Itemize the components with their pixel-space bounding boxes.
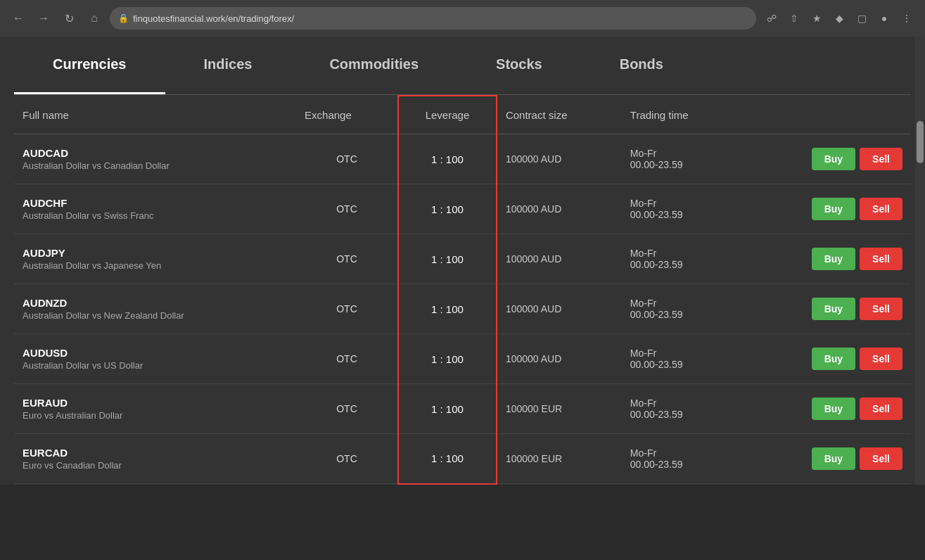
table-row: AUDUSDAustralian Dollar vs US DollarOTC1…	[14, 334, 911, 384]
actions-cell: BuySell	[741, 234, 911, 284]
header-exchange: Exchange	[296, 96, 398, 134]
leverage-cell: 1 : 100	[398, 184, 497, 234]
trading-time-cell: Mo-Fr00.00-23.59	[622, 234, 741, 284]
forex-table: Full name Exchange Leverage Contract siz…	[14, 95, 911, 485]
tab-stocks[interactable]: Stocks	[457, 37, 581, 94]
buy-button[interactable]: Buy	[812, 148, 855, 170]
currency-code: AUDCHF	[23, 197, 288, 209]
sell-button[interactable]: Sell	[860, 447, 902, 470]
back-button[interactable]: ←	[8, 8, 28, 28]
currency-description: Euro vs Australian Dollar	[23, 410, 288, 421]
contract-size-cell: 100000 AUD	[497, 334, 622, 384]
exchange-cell: OTC	[296, 384, 398, 434]
exchange-cell: OTC	[296, 334, 398, 384]
buy-button[interactable]: Buy	[812, 298, 855, 320]
currency-description: Australian Dollar vs Japanese Yen	[23, 260, 288, 271]
url-text: finquotesfinancial.work/en/trading/forex…	[133, 13, 294, 24]
sell-button[interactable]: Sell	[860, 248, 902, 270]
actions-cell: BuySell	[741, 184, 911, 234]
table-row: AUDCHFAustralian Dollar vs Swiss FrancOT…	[14, 184, 911, 234]
translate-button[interactable]: ☍	[762, 8, 782, 28]
profile-button[interactable]: ●	[874, 8, 894, 28]
header-contract-size: Contract size	[497, 96, 622, 134]
header-leverage: Leverage	[398, 96, 497, 134]
table-row: EURCADEuro vs Canadian DollarOTC1 : 1001…	[14, 434, 911, 484]
browser-actions: ☍ ⇧ ★ ◆ ▢ ● ⋮	[762, 8, 917, 28]
contract-size-cell: 100000 AUD	[497, 134, 622, 184]
currency-name-cell: AUDNZDAustralian Dollar vs New Zealand D…	[14, 284, 296, 334]
sidebar-button[interactable]: ▢	[852, 8, 872, 28]
currency-name-cell: AUDJPYAustralian Dollar vs Japanese Yen	[14, 234, 296, 284]
tab-bonds[interactable]: Bonds	[581, 37, 702, 94]
tab-indices[interactable]: Indices	[165, 37, 291, 94]
trading-time-cell: Mo-Fr00.00-23.59	[622, 384, 741, 434]
currency-description: Australian Dollar vs Swiss Franc	[23, 210, 288, 221]
actions-cell: BuySell	[741, 334, 911, 384]
header-trading-time: Trading time	[622, 96, 741, 134]
currency-code: AUDCAD	[23, 147, 288, 159]
leverage-cell: 1 : 100	[398, 434, 497, 484]
exchange-cell: OTC	[296, 234, 398, 284]
scrollbar-track[interactable]	[915, 37, 925, 485]
currency-description: Australian Dollar vs Canadian Dollar	[23, 160, 288, 171]
trading-time-cell: Mo-Fr00.00-23.59	[622, 334, 741, 384]
forward-button[interactable]: →	[34, 8, 53, 28]
scrollbar-thumb[interactable]	[917, 121, 924, 163]
currency-code: EURAUD	[23, 397, 288, 409]
table-row: EURAUDEuro vs Australian DollarOTC1 : 10…	[14, 384, 911, 434]
lock-icon: 🔒	[118, 13, 129, 23]
reload-button[interactable]: ↻	[59, 8, 79, 28]
leverage-cell: 1 : 100	[398, 334, 497, 384]
buy-button[interactable]: Buy	[812, 198, 855, 220]
currency-name-cell: AUDUSDAustralian Dollar vs US Dollar	[14, 334, 296, 384]
trading-time-cell: Mo-Fr00.00-23.59	[622, 134, 741, 184]
contract-size-cell: 100000 AUD	[497, 284, 622, 334]
buy-button[interactable]: Buy	[812, 447, 855, 470]
exchange-cell: OTC	[296, 184, 398, 234]
exchange-cell: OTC	[296, 434, 398, 484]
sell-button[interactable]: Sell	[860, 397, 902, 420]
share-button[interactable]: ⇧	[784, 8, 804, 28]
currency-name-cell: EURCADEuro vs Canadian Dollar	[14, 434, 296, 484]
trading-time-cell: Mo-Fr00.00-23.59	[622, 184, 741, 234]
currency-name-cell: AUDCHFAustralian Dollar vs Swiss Franc	[14, 184, 296, 234]
leverage-cell: 1 : 100	[398, 284, 497, 334]
buy-button[interactable]: Buy	[812, 397, 855, 420]
currency-code: AUDNZD	[23, 297, 288, 309]
currency-description: Australian Dollar vs US Dollar	[23, 360, 288, 371]
table-row: AUDNZDAustralian Dollar vs New Zealand D…	[14, 284, 911, 334]
home-button[interactable]: ⌂	[84, 8, 104, 28]
header-full-name: Full name	[14, 96, 296, 134]
address-bar[interactable]: 🔒 finquotesfinancial.work/en/trading/for…	[110, 7, 756, 30]
extension-button[interactable]: ◆	[829, 8, 849, 28]
buy-button[interactable]: Buy	[812, 348, 855, 370]
contract-size-cell: 100000 EUR	[497, 384, 622, 434]
currency-code: AUDUSD	[23, 347, 288, 359]
sell-button[interactable]: Sell	[860, 348, 902, 370]
actions-cell: BuySell	[741, 134, 911, 184]
currency-description: Euro vs Canadian Dollar	[23, 460, 288, 471]
trading-time-cell: Mo-Fr00.00-23.59	[622, 434, 741, 484]
table-row: AUDCADAustralian Dollar vs Canadian Doll…	[14, 134, 911, 184]
currency-description: Australian Dollar vs New Zealand Dollar	[23, 310, 288, 321]
main-content: Currencies Indices Commodities Stocks Bo…	[0, 37, 925, 485]
leverage-cell: 1 : 100	[398, 384, 497, 434]
bookmark-button[interactable]: ★	[807, 8, 827, 28]
sell-button[interactable]: Sell	[860, 298, 902, 320]
sell-button[interactable]: Sell	[860, 198, 902, 220]
exchange-cell: OTC	[296, 284, 398, 334]
trading-time-cell: Mo-Fr00.00-23.59	[622, 284, 741, 334]
contract-size-cell: 100000 EUR	[497, 434, 622, 484]
actions-cell: BuySell	[741, 434, 911, 484]
sell-button[interactable]: Sell	[860, 148, 902, 170]
currency-name-cell: EURAUDEuro vs Australian Dollar	[14, 384, 296, 434]
currency-code: EURCAD	[23, 447, 288, 459]
buy-button[interactable]: Buy	[812, 248, 855, 270]
exchange-cell: OTC	[296, 134, 398, 184]
tab-currencies[interactable]: Currencies	[14, 37, 165, 94]
tabs-container: Currencies Indices Commodities Stocks Bo…	[14, 37, 911, 95]
contract-size-cell: 100000 AUD	[497, 184, 622, 234]
actions-cell: BuySell	[741, 284, 911, 334]
menu-button[interactable]: ⋮	[897, 8, 917, 28]
tab-commodities[interactable]: Commodities	[291, 37, 457, 94]
